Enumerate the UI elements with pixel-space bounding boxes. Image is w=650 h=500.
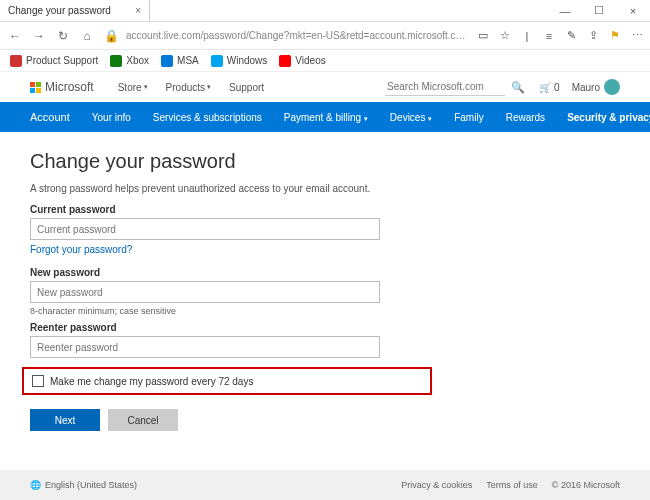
home-button[interactable]: ⌂ [78,27,96,45]
divider: | [520,29,534,43]
hub-icon[interactable]: ≡ [542,29,556,43]
microsoft-logo[interactable]: Microsoft [30,80,94,94]
nav-store[interactable]: Store▾ [118,82,148,93]
browser-tab[interactable]: Change your password × [0,0,150,22]
reenter-password-label: Reenter password [30,322,620,333]
copyright-text: © 2016 Microsoft [552,480,620,490]
share-icon[interactable]: ⇪ [586,29,600,43]
main-content: Change your password A strong password h… [0,132,650,431]
new-password-label: New password [30,267,620,278]
page-subtitle: A strong password helps prevent unauthor… [30,183,620,194]
nav-payment[interactable]: Payment & billing ▾ [284,112,368,123]
nav-security-privacy[interactable]: Security & privacy [567,112,650,123]
chevron-down-icon: ▾ [207,83,211,91]
globe-icon: 🌐 [30,480,41,490]
lock-icon: 🔒 [102,27,120,45]
refresh-button[interactable]: ↻ [54,27,72,45]
page-title: Change your password [30,150,620,173]
close-tab-icon[interactable]: × [135,5,141,16]
terms-link[interactable]: Terms of use [486,480,538,490]
fav-xbox[interactable]: Xbox [110,55,149,67]
current-password-input[interactable] [30,218,380,240]
next-button[interactable]: Next [30,409,100,431]
minimize-button[interactable]: — [548,0,582,22]
nav-support[interactable]: Support [229,82,264,93]
account-nav: Account Your info Services & subscriptio… [0,102,650,132]
password-hint: 8-character minimum; case sensitive [30,306,620,316]
microsoft-logo-icon [30,82,41,93]
nav-products[interactable]: Products▾ [166,82,211,93]
fav-videos[interactable]: Videos [279,55,325,67]
highlighted-checkbox-row: Make me change my password every 72 days [22,367,432,395]
nav-your-info[interactable]: Your info [92,112,131,123]
maximize-button[interactable]: ☐ [582,0,616,22]
fav-msa[interactable]: MSA [161,55,199,67]
favorites-icon[interactable]: ☆ [498,29,512,43]
reading-view-icon[interactable]: ▭ [476,29,490,43]
search-input[interactable] [385,78,505,96]
nav-services[interactable]: Services & subscriptions [153,112,262,123]
address-bar: ← → ↻ ⌂ 🔒 account.live.com/password/Chan… [0,22,650,50]
forgot-password-link[interactable]: Forgot your password? [30,244,132,255]
tab-title: Change your password [8,5,111,16]
notes-icon[interactable]: ✎ [564,29,578,43]
fav-windows[interactable]: Windows [211,55,268,67]
avatar [604,79,620,95]
forward-button[interactable]: → [30,27,48,45]
menu-icon[interactable]: ⋯ [630,29,644,43]
extension-icon[interactable]: ⚑ [608,29,622,43]
checkbox-label: Make me change my password every 72 days [50,376,253,387]
top-nav: Microsoft Store▾ Products▾ Support 🔍 🛒0 … [0,72,650,102]
change-every-72-days-checkbox[interactable] [32,375,44,387]
nav-family[interactable]: Family [454,112,483,123]
new-password-input[interactable] [30,281,380,303]
privacy-link[interactable]: Privacy & cookies [401,480,472,490]
url-field[interactable]: account.live.com/password/Change?mkt=en-… [126,30,470,41]
window-titlebar: Change your password × — ☐ × [0,0,650,22]
cancel-button[interactable]: Cancel [108,409,178,431]
chevron-down-icon: ▾ [364,115,368,122]
fav-product-support[interactable]: Product Support [10,55,98,67]
search-icon[interactable]: 🔍 [511,81,525,94]
current-password-label: Current password [30,204,620,215]
language-selector[interactable]: English (United States) [45,480,137,490]
chevron-down-icon: ▾ [428,115,432,122]
cart-button[interactable]: 🛒0 [539,82,560,93]
nav-rewards[interactable]: Rewards [506,112,545,123]
close-window-button[interactable]: × [616,0,650,22]
page-footer: 🌐 English (United States) Privacy & cook… [0,470,650,500]
nav-devices[interactable]: Devices ▾ [390,112,432,123]
nav-account[interactable]: Account [30,111,70,123]
back-button[interactable]: ← [6,27,24,45]
favorites-bar: Product Support Xbox MSA Windows Videos [0,50,650,72]
user-menu[interactable]: Mauro [572,79,620,95]
chevron-down-icon: ▾ [144,83,148,91]
reenter-password-input[interactable] [30,336,380,358]
